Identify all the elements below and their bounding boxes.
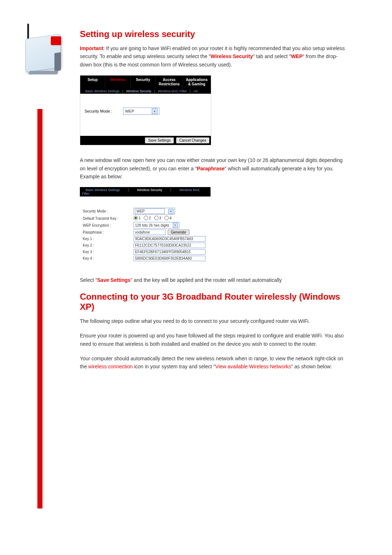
security-mode-dropdown-2[interactable]: WEP ▾ [134,208,175,215]
tab-wireless[interactable]: Wireless [105,76,130,89]
chevron-down-icon: ▾ [152,108,158,114]
tab-applications-gaming[interactable]: Applications & Gaming [183,76,211,89]
paraphrase-paragraph: A new window will now open here you can … [80,156,348,181]
chevron-down-icon: ▾ [168,209,173,214]
key1-input[interactable]: 9DAC9DEA0605D3C45A9FB57A83 [134,236,205,242]
security-mode-label-2: Security Mode : [83,209,134,213]
main-tabs: Setup Wireless Security Access Restricti… [80,76,211,89]
wep-encryption-dropdown[interactable]: 128 bits 26 hex digits ▾ [134,222,179,228]
subtab-advanced[interactable]: Ad [191,89,200,93]
subtab2-wireless-security[interactable]: Wireless Security [133,188,166,192]
chevron-down-icon: ▾ [173,223,178,228]
tab-access-restrictions[interactable]: Access Restrictions [156,76,183,89]
key1-label: Key 1 : [83,237,134,241]
sub-tabs-2: Basic Wireless Settings | Wireless Secur… [80,187,211,197]
key4-input[interactable]: 5806DC90ED3D668F352EB34A60 [134,256,205,261]
heading-wireless-security: Setting up wireless security [80,29,348,39]
subtab-mac-filter[interactable]: Wireless MAC Filter [155,89,190,93]
wireless-connection-highlight: wireless connection [88,364,132,369]
security-mode-label: Security Mode : [85,109,112,113]
radio-key-1[interactable]: 1 [134,216,141,220]
passphrase-input[interactable]: vodafone [134,230,166,235]
connect-step-power: Ensure your router is powered up and you… [80,332,348,348]
cancel-changes-button[interactable]: Cancel Changes [176,137,209,143]
router-admin-panel-2: Basic Wireless Settings | Wireless Secur… [80,187,211,265]
key3-input[interactable]: EF4EF52BF671346FFD89054B15 [134,249,205,255]
subtab2-basic-wireless[interactable]: Basic Wireless Settings [82,188,123,192]
save-settings-button[interactable]: Save Settings [145,137,174,143]
save-settings-paragraph: Select "Save Settings" and the key will … [80,276,348,284]
key2-label: Key 2 : [83,243,134,247]
view-available-networks-highlight: View available Wireless Networks [215,364,291,369]
intro-paragraph: Important: If you are going to have WiFi… [80,44,348,69]
generate-button[interactable]: Generate [168,230,189,235]
save-settings-highlight: Save Settings [97,277,131,283]
subtab-basic-wireless[interactable]: Basic Wireless Settings [82,89,122,93]
paraphrase-highlight: Paraphrase [197,166,225,171]
router-image [16,22,64,80]
security-mode-dropdown[interactable]: WEP ▾ [123,108,159,115]
router-admin-panel-1: Setup Wireless Security Access Restricti… [80,75,211,145]
radio-key-2[interactable]: 2 [144,216,151,220]
passphrase-label: Passphrase : [83,230,134,234]
connect-step-detect: Your computer should automatically detec… [80,355,348,371]
wep-encryption-label: WEP Encryption : [83,223,134,227]
important-label: Important [80,45,103,51]
key2-input[interactable]: F6112CDC75770160D83CA23522 [134,243,205,248]
key3-label: Key 3 : [83,250,134,254]
key4-label: Key 4 : [83,256,134,260]
connect-step-intro: The following steps outline what you nee… [80,317,348,325]
default-transmit-key-label: Default Transmit Key : [83,216,134,220]
radio-key-3[interactable]: 3 [154,216,162,220]
tab-security[interactable]: Security [131,76,156,89]
red-sidebar [37,109,42,509]
wireless-security-highlight: Wireless Security [211,53,253,59]
sub-tabs: Basic Wireless Settings | Wireless Secur… [80,89,211,94]
subtab-wireless-security[interactable]: Wireless Security [123,89,154,93]
radio-key-4[interactable]: 4 [164,216,172,220]
tab-setup[interactable]: Setup [80,76,105,89]
wep-highlight: WEP [291,53,303,59]
heading-connecting-3g: Connecting to your 3G Broadband Router w… [80,292,348,312]
